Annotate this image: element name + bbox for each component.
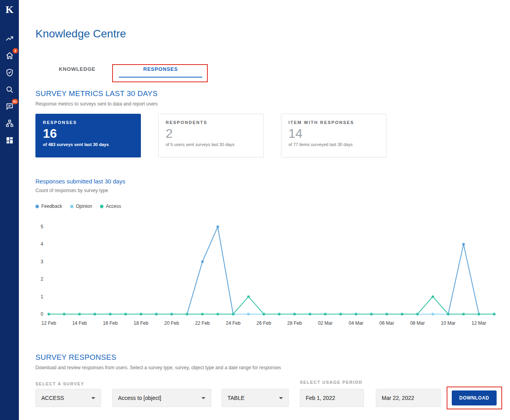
chart-point [124, 313, 127, 315]
legend-item-feedback[interactable]: Feedback [35, 204, 62, 209]
chart-point [339, 313, 342, 315]
legend-dot-access-icon [100, 205, 103, 208]
legend-dot-feedback-icon [35, 205, 39, 208]
chart-point [140, 313, 142, 315]
sidebar: K 2 51 [0, 0, 19, 420]
chevron-down-icon [201, 397, 205, 399]
usage-period-label: SELECT USAGE PERIOD [300, 380, 362, 385]
chart-point [462, 243, 465, 245]
responses-section-title: SURVEY RESPONSES [35, 353, 500, 362]
responses-section-subtitle: Download and review responses from users… [35, 365, 500, 370]
chart-point [247, 295, 249, 298]
shield-check-icon [6, 68, 14, 77]
metric-card-items-with-responses[interactable]: ITEM WITH RESPONSES 14 of 77 items surve… [281, 114, 386, 157]
dashboard-icon [6, 136, 14, 144]
metric-card-label: RESPONSES [43, 120, 133, 125]
object-type-value: TABLE [227, 395, 244, 401]
chart-subtitle: Count of responses by survey type [35, 188, 500, 193]
legend-item-access[interactable]: Access [100, 204, 121, 209]
y-tick-label: 1 [41, 294, 43, 300]
chart-point [262, 313, 265, 315]
date-to-value: Mar 22, 2022 [382, 395, 414, 401]
survey-select[interactable]: Access to [object] [112, 389, 211, 407]
chart-point [478, 313, 480, 315]
chart-point [432, 313, 434, 315]
sidebar-item-trends[interactable] [5, 34, 14, 43]
tab-knowledge[interactable]: KNOWLEDGE [35, 60, 119, 78]
legend-label: Opinion [76, 204, 92, 209]
sidebar-item-search[interactable] [5, 85, 14, 94]
metric-card-value: 16 [43, 126, 133, 141]
form-labels-row: SELECT A SURVEY SELECT USAGE PERIOD [35, 380, 500, 385]
trending-up-icon [6, 35, 14, 43]
legend-item-opinion[interactable]: Opinion [70, 204, 92, 209]
sidebar-item-discussions[interactable]: 51 [5, 102, 14, 111]
x-tick-label: 26 Feb [257, 320, 272, 326]
x-tick-label: 06 Mar [379, 320, 394, 326]
chart-point [324, 313, 326, 315]
tab-responses[interactable]: RESPONSES [119, 60, 202, 78]
home-badge: 2 [13, 48, 18, 54]
sidebar-item-home[interactable]: 2 [5, 51, 14, 60]
metric-card-value: 14 [288, 126, 379, 141]
y-tick-label: 4 [41, 241, 43, 247]
main-content: Knowledge Centre KNOWLEDGE RESPONSES SUR… [19, 0, 510, 407]
chart-point [232, 313, 234, 315]
date-from-field[interactable]: Feb 1, 2022 [300, 389, 364, 407]
metric-cards: RESPONSES 16 of 483 surveys sent last 30… [35, 114, 500, 157]
series-line-feedback [49, 227, 494, 314]
chart-point [216, 226, 219, 228]
chart-point [109, 313, 111, 315]
search-icon [6, 85, 14, 94]
metric-card-value: 2 [166, 126, 256, 141]
chart-point [186, 313, 188, 315]
chart-point [78, 313, 81, 315]
x-tick-label: 12 Feb [41, 320, 56, 326]
chevron-down-icon [91, 397, 95, 399]
chart-point [201, 261, 203, 263]
x-tick-label: 28 Feb [287, 320, 302, 326]
chart-point [493, 313, 495, 315]
metric-card-responses[interactable]: RESPONSES 16 of 483 surveys sent last 30… [35, 114, 141, 157]
y-tick-label: 5 [41, 224, 43, 229]
x-tick-label: 20 Feb [164, 320, 179, 326]
survey-type-value: ACCESS [41, 395, 64, 401]
home-icon [6, 52, 14, 60]
app-logo[interactable]: K [6, 4, 13, 16]
sidebar-item-approvals[interactable] [5, 68, 14, 77]
chart-point [48, 313, 50, 315]
date-to-field[interactable]: Mar 22, 2022 [376, 389, 441, 407]
survey-type-select[interactable]: ACCESS [35, 389, 101, 407]
chart-point [447, 313, 449, 315]
chart-point [63, 313, 65, 315]
form-controls-row: ACCESS Access to [object] TABLE Feb 1, 2… [35, 389, 500, 407]
chart-point [155, 313, 157, 315]
chart-point [386, 313, 388, 315]
sidebar-item-hierarchy[interactable] [5, 118, 14, 128]
legend-label: Access [106, 204, 121, 209]
metrics-section-subtitle: Response metrics to surveys sent to data… [35, 101, 500, 107]
series-line-access [49, 297, 494, 314]
x-tick-label: 16 Feb [103, 320, 118, 326]
responses-chart-section: Responses submitted last 30 days Count o… [35, 178, 500, 333]
x-tick-label: 02 Mar [318, 320, 333, 326]
chart-point [170, 313, 173, 315]
responses-chart-svg: 01234512 Feb14 Feb16 Feb18 Feb20 Feb22 F… [35, 214, 500, 332]
chart-title: Responses submitted last 30 days [35, 178, 500, 185]
metric-card-label: ITEM WITH RESPONSES [288, 120, 379, 125]
sidebar-item-dashboard[interactable] [5, 135, 14, 145]
metric-card-caption: of 77 items surveyed last 30 days [288, 142, 379, 147]
chart-point [462, 313, 465, 315]
object-type-select[interactable]: TABLE [222, 389, 289, 407]
download-button[interactable]: DOWNLOAD [452, 390, 497, 405]
tab-bar: KNOWLEDGE RESPONSES [35, 60, 500, 78]
chevron-down-icon [279, 397, 283, 399]
x-tick-label: 24 Feb [226, 320, 241, 326]
survey-value: Access to [object] [118, 395, 161, 401]
chart-point [247, 313, 249, 315]
legend-dot-opinion-icon [70, 205, 74, 208]
metric-card-respondents[interactable]: RESPONDENTS 2 of 5 users sent surveys la… [158, 114, 264, 157]
metric-card-caption: of 483 surveys sent last 30 days [43, 142, 133, 147]
chart-area: 01234512 Feb14 Feb16 Feb18 Feb20 Feb22 F… [35, 214, 500, 333]
chart-point [293, 313, 296, 315]
